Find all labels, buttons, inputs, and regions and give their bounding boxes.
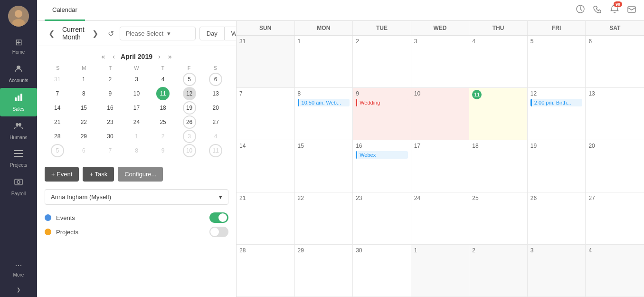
cal-cell-8[interactable]: 8 10:50 am. Web... [295, 88, 353, 140]
mini-day[interactable]: 9 [104, 87, 117, 100]
sidebar-item-home[interactable]: ⊞ Home [0, 32, 37, 59]
mini-day[interactable]: 30 [104, 130, 117, 143]
user-dropdown[interactable]: Anna Ingham (Myself) ▾ [45, 189, 228, 205]
sidebar-collapse-btn[interactable]: ❯ [0, 282, 37, 297]
add-event-btn[interactable]: + Event [45, 167, 79, 182]
cal-cell-25[interactable]: 25 [469, 192, 528, 244]
mini-day[interactable]: 20 [209, 101, 222, 115]
mini-day[interactable]: 10 [183, 144, 196, 157]
cal-cell-17[interactable]: 17 [411, 140, 470, 192]
mini-prev-prev-btn[interactable]: « [100, 52, 107, 61]
mini-day[interactable]: 3 [130, 73, 143, 86]
mini-day[interactable]: 23 [104, 115, 117, 129]
cal-cell-11-today[interactable]: 11 [469, 88, 528, 140]
mini-day[interactable]: 5 [51, 144, 64, 157]
cal-cell-10[interactable]: 10 [411, 88, 470, 140]
cal-cell-4-may[interactable]: 4 [586, 245, 644, 297]
cal-cell-31-mar[interactable]: 31 [237, 36, 295, 87]
cal-cell-22[interactable]: 22 [295, 192, 353, 244]
mini-day[interactable]: 31 [51, 73, 64, 86]
mini-day[interactable]: 3 [183, 130, 196, 143]
cal-cell-6[interactable]: 6 [586, 36, 644, 87]
mini-day[interactable]: 9 [156, 144, 170, 157]
cal-cell-27[interactable]: 27 [586, 192, 644, 244]
cal-cell-19[interactable]: 19 [528, 140, 586, 192]
sidebar-item-projects[interactable]: Projects [0, 145, 37, 172]
webex-event[interactable]: 10:50 am. Web... [298, 99, 350, 106]
cal-cell-2-may[interactable]: 2 [469, 245, 528, 297]
phone-icon[interactable] [593, 4, 602, 16]
clock-icon[interactable] [576, 4, 585, 16]
mini-next-btn[interactable]: › [156, 52, 162, 61]
cal-cell-18[interactable]: 18 [469, 140, 528, 192]
cal-cell-3[interactable]: 3 [411, 36, 470, 87]
mini-prev-btn[interactable]: ‹ [111, 52, 117, 61]
mini-day[interactable]: 12 [183, 87, 196, 100]
sidebar-item-more[interactable]: ··· More [0, 256, 37, 282]
mini-day[interactable]: 8 [77, 87, 90, 100]
calendar-tab[interactable]: Calendar [45, 0, 85, 21]
cal-cell-20[interactable]: 20 [586, 140, 644, 192]
sidebar-item-sales[interactable]: Sales [0, 88, 37, 116]
prev-month-btn[interactable]: ❮ [45, 27, 58, 40]
add-task-btn[interactable]: + Task [83, 167, 114, 182]
cal-cell-9[interactable]: 9 Wedding [353, 88, 411, 140]
cal-cell-7[interactable]: 7 [237, 88, 295, 140]
mini-day[interactable]: 22 [77, 115, 90, 129]
projects-toggle[interactable] [209, 227, 228, 237]
cal-cell-24[interactable]: 24 [411, 192, 470, 244]
cal-cell-26[interactable]: 26 [528, 192, 586, 244]
mini-day[interactable]: 24 [130, 115, 143, 129]
cal-cell-28[interactable]: 28 [237, 245, 295, 297]
avatar[interactable] [8, 6, 29, 27]
mini-day[interactable]: 11 [209, 144, 222, 157]
mini-day[interactable]: 4 [156, 73, 170, 86]
view-week-btn[interactable]: Week [225, 27, 237, 40]
mini-day[interactable]: 2 [156, 130, 170, 143]
wedding-event[interactable]: Wedding [356, 99, 408, 106]
cal-cell-16[interactable]: 16 Webex [353, 140, 411, 192]
configure-btn[interactable]: Configure... [118, 167, 163, 182]
sidebar-item-humans[interactable]: Humans [0, 116, 37, 145]
mini-day[interactable]: 7 [104, 144, 117, 157]
mini-day[interactable]: 17 [130, 101, 143, 115]
mini-day[interactable]: 2 [104, 73, 117, 86]
mini-day[interactable]: 26 [183, 115, 196, 129]
mini-day[interactable]: 6 [209, 73, 222, 86]
mini-day[interactable]: 1 [77, 73, 90, 86]
mini-day[interactable]: 11 [156, 87, 170, 100]
mini-day[interactable]: 27 [209, 115, 222, 129]
next-month-btn[interactable]: ❯ [88, 27, 102, 40]
mini-day[interactable]: 18 [156, 101, 170, 115]
mini-day[interactable]: 10 [130, 87, 143, 100]
mini-day[interactable]: 19 [183, 101, 196, 115]
mini-day[interactable]: 13 [209, 87, 222, 100]
mini-day[interactable]: 6 [77, 144, 90, 157]
cal-cell-1[interactable]: 1 [295, 36, 353, 87]
birthday-event[interactable]: 2:00 pm. Birth... [530, 99, 583, 106]
cal-cell-12[interactable]: 12 2:00 pm. Birth... [528, 88, 586, 140]
view-day-btn[interactable]: Day [199, 27, 225, 40]
cal-cell-1-may[interactable]: 1 [411, 245, 470, 297]
sidebar-item-payroll[interactable]: Payroll [0, 172, 37, 201]
cal-cell-30[interactable]: 30 [353, 245, 411, 297]
webex-event-2[interactable]: Webex [356, 151, 408, 159]
cal-cell-13[interactable]: 13 [586, 88, 644, 140]
refresh-btn[interactable]: ↺ [106, 27, 116, 40]
cal-cell-21[interactable]: 21 [237, 192, 295, 244]
mini-day[interactable]: 16 [104, 101, 117, 115]
cal-cell-23[interactable]: 23 [353, 192, 411, 244]
cal-cell-4[interactable]: 4 [469, 36, 528, 87]
cal-cell-2[interactable]: 2 [353, 36, 411, 87]
please-select-dropdown[interactable]: Please Select ▾ [120, 27, 196, 40]
mini-next-next-btn[interactable]: » [166, 52, 174, 61]
cal-cell-15[interactable]: 15 [295, 140, 353, 192]
mini-day[interactable]: 28 [51, 130, 64, 143]
cal-cell-5[interactable]: 5 [528, 36, 586, 87]
mini-day[interactable]: 7 [51, 87, 64, 100]
mini-day[interactable]: 15 [77, 101, 90, 115]
bell-icon[interactable]: 99 [610, 4, 619, 16]
mini-day[interactable]: 14 [51, 101, 64, 115]
mini-day[interactable]: 29 [77, 130, 90, 143]
mini-day[interactable]: 5 [183, 73, 196, 86]
